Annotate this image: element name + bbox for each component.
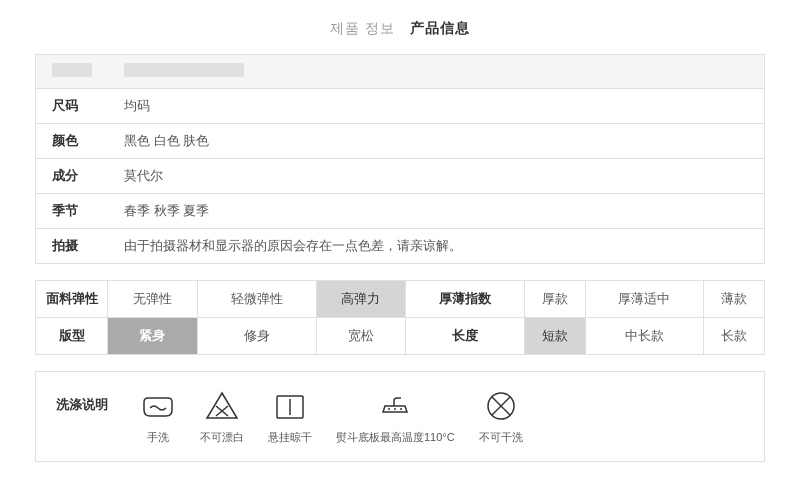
page-title: 제품 정보 产品信息 — [330, 20, 470, 38]
table-row: 拍摄 由于拍摄器材和显示器的原因会存在一点色差，请亲谅解。 — [36, 229, 765, 264]
svg-point-4 — [388, 408, 390, 410]
attr-cell[interactable]: 宽松 — [316, 318, 406, 355]
attr-selector-table: 面料弹性 无弹性 轻微弹性 高弹力 厚薄指数 厚款 厚薄适中 薄款 版型 紧身 … — [35, 280, 765, 355]
attr-cell[interactable]: 长款 — [704, 318, 765, 355]
hand-wash-item: 手洗 — [140, 388, 176, 445]
hang-dry-icon — [272, 388, 308, 424]
fabric-header: 面料弹性 — [36, 281, 108, 318]
row-value: 均码 — [108, 89, 765, 124]
style-row: 版型 紧身 修身 宽松 长度 短款 中长款 长款 — [36, 318, 765, 355]
attr-cell-header: 长度 — [406, 318, 525, 355]
attr-cell[interactable]: 厚款 — [525, 281, 586, 318]
wash-label: 洗涤说明 — [56, 388, 108, 414]
row-value: 春季 秋季 夏季 — [108, 194, 765, 229]
iron-label: 熨斗底板最高温度110°C — [336, 430, 455, 445]
svg-point-6 — [400, 408, 402, 410]
no-dry-clean-label: 不可干洗 — [479, 430, 523, 445]
no-bleach-icon — [204, 388, 240, 424]
svg-point-5 — [394, 408, 396, 410]
iron-item: 熨斗底板最高温度110°C — [336, 388, 455, 445]
hang-dry-item: 悬挂晾干 — [268, 388, 312, 445]
attr-cell[interactable]: 修身 — [197, 318, 316, 355]
main-container: 尺码 均码 颜色 黑色 白色 肤色 成分 莫代尔 季节 春季 秋季 夏季 拍摄 … — [35, 54, 765, 462]
hand-wash-label: 手洗 — [147, 430, 169, 445]
row-value: 由于拍摄器材和显示器的原因会存在一点色差，请亲谅解。 — [108, 229, 765, 264]
blurred-row — [36, 55, 765, 89]
table-row: 尺码 均码 — [36, 89, 765, 124]
table-row: 季节 春季 秋季 夏季 — [36, 194, 765, 229]
row-value: 莫代尔 — [108, 159, 765, 194]
product-info-table: 尺码 均码 颜色 黑色 白色 肤色 成分 莫代尔 季节 春季 秋季 夏季 拍摄 … — [35, 54, 765, 264]
table-row: 成分 莫代尔 — [36, 159, 765, 194]
no-bleach-label: 不可漂白 — [200, 430, 244, 445]
row-label: 颜色 — [36, 124, 109, 159]
no-dry-clean-item: 不可干洗 — [479, 388, 523, 445]
row-label: 季节 — [36, 194, 109, 229]
row-label: 尺码 — [36, 89, 109, 124]
wash-section: 洗涤说明 手洗 — [35, 371, 765, 462]
attr-cell[interactable]: 无弹性 — [108, 281, 198, 318]
row-label: 拍摄 — [36, 229, 109, 264]
hang-dry-label: 悬挂晾干 — [268, 430, 312, 445]
table-row: 颜色 黑色 白色 肤色 — [36, 124, 765, 159]
attr-cell[interactable]: 中长款 — [585, 318, 704, 355]
attr-cell[interactable]: 薄款 — [704, 281, 765, 318]
no-dry-clean-icon — [483, 388, 519, 424]
attr-cell-selected[interactable]: 高弹力 — [316, 281, 406, 318]
attr-cell-header: 厚薄指数 — [406, 281, 525, 318]
wash-icons: 手洗 不可漂白 — [140, 388, 523, 445]
iron-temp-icon — [377, 388, 413, 424]
attr-cell-selected-dark[interactable]: 紧身 — [108, 318, 198, 355]
no-bleach-item: 不可漂白 — [200, 388, 244, 445]
fabric-row: 面料弹性 无弹性 轻微弹性 高弹力 厚薄指数 厚款 厚薄适中 薄款 — [36, 281, 765, 318]
style-header: 版型 — [36, 318, 108, 355]
row-label: 成分 — [36, 159, 109, 194]
attr-cell[interactable]: 轻微弹性 — [197, 281, 316, 318]
hand-wash-icon — [140, 388, 176, 424]
attr-cell[interactable]: 厚薄适中 — [585, 281, 704, 318]
row-value: 黑色 白色 肤色 — [108, 124, 765, 159]
attr-cell-selected[interactable]: 短款 — [525, 318, 586, 355]
